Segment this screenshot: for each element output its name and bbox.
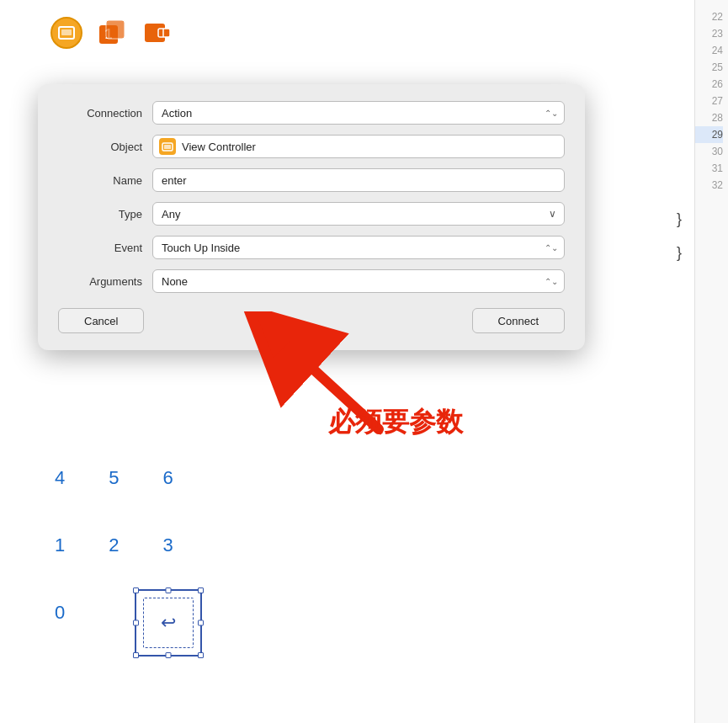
cube-toolbar-icon[interactable]: 1 (96, 17, 128, 49)
arguments-select-wrapper[interactable]: None Sender Sender and Event (152, 269, 565, 293)
enter-arrow-icon: ↩ (161, 612, 176, 634)
object-select[interactable]: View Controller (152, 135, 565, 158)
name-label: Name (58, 174, 142, 187)
object-control: View Controller (152, 135, 565, 158)
connection-select-wrapper[interactable]: Action Outlet Outlet Collection (152, 101, 565, 125)
corner-dot-bm (166, 652, 172, 658)
svg-rect-9 (164, 145, 171, 149)
event-row: Event Touch Up Inside Touch Down Value C… (58, 236, 565, 259)
name-row: Name (58, 168, 565, 192)
cancel-button[interactable]: Cancel (58, 308, 144, 333)
svg-rect-1 (61, 29, 72, 35)
corner-dot-tm (166, 587, 172, 593)
corner-dot-tl (133, 587, 139, 593)
corner-dot-br (198, 652, 204, 658)
numpad-4[interactable]: 4 (55, 467, 65, 489)
corner-dot-mr (198, 620, 204, 626)
arguments-select[interactable]: None Sender Sender and Event (152, 269, 565, 293)
line-num-24: 24 (695, 42, 723, 59)
type-row: Type Any AnyObject UIButton UIControl (58, 202, 565, 226)
type-label: Type (58, 208, 142, 221)
numpad-row-1: 4 5 6 (55, 467, 173, 489)
svg-rect-4 (106, 20, 125, 39)
connection-select[interactable]: Action Outlet Outlet Collection (152, 101, 565, 125)
connection-control: Action Outlet Outlet Collection (152, 101, 565, 125)
numpad-2[interactable]: 2 (109, 534, 119, 556)
name-input[interactable] (152, 168, 565, 192)
line-num-23: 23 (695, 25, 723, 42)
line-num-29: 29 (695, 126, 723, 143)
type-select-wrapper[interactable]: Any AnyObject UIButton UIControl (152, 202, 565, 226)
event-select[interactable]: Touch Up Inside Touch Down Value Changed (152, 236, 565, 259)
numpad-6[interactable]: 6 (163, 467, 173, 489)
line-num-31: 31 (695, 160, 723, 177)
event-label: Event (58, 242, 142, 254)
line-num-30: 30 (695, 143, 723, 160)
object-icon (159, 138, 176, 155)
code-brace-2: } (677, 244, 682, 262)
view-controller-toolbar-icon[interactable] (50, 17, 82, 49)
connection-label: Connection (58, 107, 142, 120)
numpad-1[interactable]: 1 (55, 534, 65, 556)
line-num-32: 32 (695, 177, 723, 194)
line-numbers-panel: 22 23 24 25 26 27 28 29 30 31 32 (694, 0, 728, 723)
enter-button-area[interactable]: ↩ (135, 589, 202, 657)
object-select-wrapper[interactable]: View Controller (152, 135, 565, 158)
line-num-26: 26 (695, 76, 723, 93)
type-control: Any AnyObject UIButton UIControl (152, 202, 565, 226)
line-num-28: 28 (695, 109, 723, 126)
name-control (152, 168, 565, 192)
chinese-annotation: 必须要参数 (328, 404, 463, 441)
corner-dot-bl (133, 652, 139, 658)
corner-dot-ml (133, 620, 139, 626)
enter-icon-box[interactable]: ↩ (135, 589, 202, 657)
line-num-22: 22 (695, 8, 723, 25)
connection-row: Connection Action Outlet Outlet Collecti… (58, 101, 565, 125)
arguments-row: Arguments None Sender Sender and Event (58, 269, 565, 293)
numpad-5[interactable]: 5 (109, 467, 119, 489)
object-label: Object (58, 141, 142, 153)
object-row: Object View Controller (58, 135, 565, 158)
line-num-25: 25 (695, 59, 723, 76)
exit-toolbar-icon[interactable] (141, 17, 173, 49)
numpad-row-3: 0 (55, 602, 65, 624)
connect-button[interactable]: Connect (472, 308, 565, 333)
corner-dot-tr (198, 587, 204, 593)
svg-rect-6 (158, 29, 170, 37)
numpad-0[interactable]: 0 (55, 602, 65, 624)
dialog-buttons: Cancel Connect (58, 308, 565, 333)
connection-dialog: Connection Action Outlet Outlet Collecti… (38, 84, 585, 350)
event-select-wrapper[interactable]: Touch Up Inside Touch Down Value Changed (152, 236, 565, 259)
arguments-label: Arguments (58, 275, 142, 288)
numpad-3[interactable]: 3 (163, 534, 173, 556)
toolbar: 1 (50, 17, 173, 49)
numpad-row-2: 1 2 3 (55, 534, 173, 556)
code-brace-1: } (677, 210, 682, 228)
type-select[interactable]: Any AnyObject UIButton UIControl (152, 202, 565, 226)
arguments-control: None Sender Sender and Event (152, 269, 565, 293)
event-control: Touch Up Inside Touch Down Value Changed (152, 236, 565, 259)
line-num-27: 27 (695, 93, 723, 109)
